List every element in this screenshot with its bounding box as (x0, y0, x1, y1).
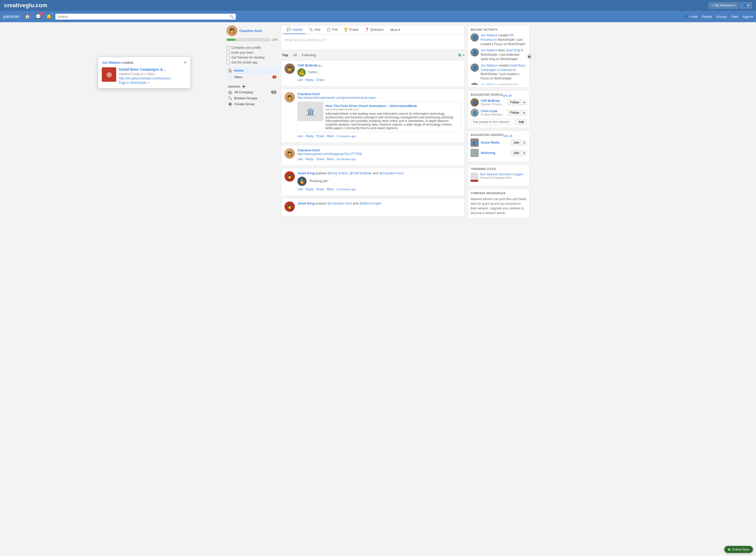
filter-all[interactable]: All (292, 53, 298, 58)
add-people-button[interactable]: Add (516, 119, 527, 125)
chris-suggested-avatar[interactable]: 👤 (470, 109, 479, 117)
tab-update[interactable]: 💬 Update (284, 26, 306, 34)
informationweek-link[interactable]: http://www.informationweek.com/governmen… (297, 96, 461, 100)
share-action-4[interactable]: Share (316, 187, 325, 191)
search-input[interactable] (58, 15, 228, 19)
social-media-group-name[interactable]: Social Media (481, 141, 508, 144)
sidebar-item-home[interactable]: 🏠 Home (226, 67, 278, 74)
reply-action-4[interactable]: Reply (306, 187, 313, 191)
follow-cliff-button[interactable]: Follow ▾ (507, 100, 527, 105)
more-action-2[interactable]: More (327, 134, 334, 138)
mention-claudine-2[interactable]: @Claudine Kent (327, 201, 352, 205)
file-name-1[interactable]: Box General Overview 4 pages (480, 173, 523, 176)
join-social-media-button[interactable]: Join ▾ (511, 140, 527, 145)
checklist-checkbox-3[interactable] (226, 56, 230, 59)
sidebar-item-browse-groups[interactable]: 🔍 Browse Groups (226, 95, 278, 101)
activity-scroll-arrow[interactable]: ▶ (527, 54, 532, 59)
post-author-claudine-1[interactable]: Claudine Kent (297, 92, 320, 96)
join-marketing-main[interactable]: Join (511, 150, 522, 156)
share-action[interactable]: Share (316, 78, 325, 82)
join-marketing-arrow[interactable]: ▾ (522, 150, 527, 155)
suggested-name-cliff[interactable]: Cliff McBride (481, 99, 505, 103)
compose-more-button[interactable]: More ▾ (388, 26, 403, 34)
popup-url[interactable]: http://me.getworksimple.com/focuses/... (119, 77, 187, 80)
cliff-suggested-avatar[interactable]: 👤 (470, 98, 479, 106)
gartner-link[interactable]: http://www.gartner.com/it/page.jsp?id=17… (297, 152, 461, 156)
cliff-avatar[interactable]: 👨 (285, 63, 295, 74)
post-author-janet-1[interactable]: Janet King (297, 171, 314, 175)
like-action-2[interactable]: Like (297, 134, 303, 138)
like-action[interactable]: Like (297, 78, 303, 82)
popup-page-link[interactable]: Page in WorkSimple (119, 81, 147, 84)
joe-avatar-activity-2[interactable]: 👤 (470, 48, 479, 57)
sidebar-item-all-company[interactable]: 🏢 All Company 11 (226, 89, 278, 95)
mention-amy[interactable]: @Amy Krilich (327, 171, 347, 175)
suggested-name-chris[interactable]: Chris Cook (481, 109, 505, 113)
add-group-icon[interactable]: ➕ (242, 85, 245, 88)
checklist-checkbox-2[interactable] (226, 51, 230, 55)
join-social-media-arrow[interactable]: ▾ (522, 140, 527, 145)
feed-settings-icon[interactable]: ⚙️ ▾ (458, 53, 464, 57)
post-author-janet-2[interactable]: Janet King (297, 201, 314, 205)
share-action-2[interactable]: Share (316, 134, 325, 138)
tab-praise[interactable]: 🏆 Praise (341, 26, 362, 34)
checklist-checkbox-4[interactable] (226, 61, 230, 64)
tab-add[interactable]: 📎 Add (306, 26, 324, 34)
joe-link-3[interactable]: Joe Wallace (481, 64, 497, 67)
join-marketing-button[interactable]: Join ▾ (511, 150, 527, 156)
messages-nav-button[interactable]: 💬 7 (34, 13, 42, 21)
see-all-people-link[interactable]: see all (503, 94, 512, 98)
sidebar-item-inbox[interactable]: ✉️ Inbox 7 (226, 74, 278, 80)
more-action-3[interactable]: More (327, 157, 334, 161)
janet-avatar-2[interactable]: 👩 (285, 201, 295, 212)
marketing-group-name[interactable]: Marketing (481, 151, 508, 155)
follow-chris-button[interactable]: Follow ▾ (507, 110, 527, 115)
user-name[interactable]: Claudine Kent (239, 29, 262, 33)
janet-avatar-1[interactable]: 👩 (285, 171, 295, 181)
reply-action[interactable]: Reply (306, 78, 313, 82)
home-nav-button[interactable]: 🏠 (23, 13, 32, 21)
like-action-3[interactable]: Like (297, 157, 303, 161)
add-people-input[interactable] (470, 119, 515, 125)
more-action-4[interactable]: More (327, 187, 334, 191)
user-menu-button[interactable]: 👤 ▾ (740, 2, 752, 8)
follow-cliff-main[interactable]: Follow (507, 100, 522, 105)
janet-link-activity[interactable]: Janet King (505, 48, 520, 52)
reply-action-3[interactable]: Reply (306, 157, 313, 161)
tab-poll[interactable]: 📋 Poll (324, 26, 341, 34)
preview-title[interactable]: How The Feds Drive Cloud Innovation -- I… (326, 104, 459, 108)
joe-wallace-popup[interactable]: Joe Wallace created: ✕ ⊕ Install Base Ca… (98, 57, 191, 89)
sidebar-item-create-group[interactable]: ➕ Create Group (226, 101, 278, 107)
joe-link-2[interactable]: Joe Wallace (481, 48, 497, 52)
checklist-checkbox-1[interactable] (226, 46, 230, 49)
see-all-groups-link[interactable]: see all (503, 134, 513, 138)
share-action-3[interactable]: Share (316, 157, 325, 161)
yammer-logo[interactable]: yammer (3, 14, 20, 19)
mention-mitch[interactable]: @Mitch Knight (359, 201, 381, 205)
joe-link-4[interactable]: Joe Wallace (481, 83, 497, 85)
popup-close-button[interactable]: ✕ (184, 61, 187, 65)
follow-chris-arrow[interactable]: ▾ (522, 110, 527, 115)
joe-avatar-activity-1[interactable]: 👤 (470, 33, 479, 41)
add-nav-button[interactable]: 👤+ Add (684, 15, 697, 19)
popup-creator-name[interactable]: Joe Wallace (102, 61, 121, 65)
joe-avatar-activity-4[interactable]: 👤 (470, 83, 479, 85)
mention-cliff[interactable]: @Cliff McBride (349, 171, 372, 175)
tab-question[interactable]: ❓ Question (362, 26, 387, 34)
my-networks-button[interactable]: ⬡ My Networks ▾ (709, 2, 738, 8)
compose-input[interactable]: What are you working on? (281, 34, 464, 50)
reply-action-2[interactable]: Reply (306, 134, 313, 138)
apps-nav-link[interactable]: Apps ▾ (743, 15, 753, 19)
filter-top[interactable]: Top (281, 53, 289, 58)
follow-chris-main[interactable]: Follow (507, 110, 522, 115)
join-social-media-main[interactable]: Join (511, 140, 522, 145)
popup-title[interactable]: Install Base Campaigns &... (119, 67, 187, 71)
post-author-cliff[interactable]: Cliff McBride (297, 63, 318, 67)
files-nav-link[interactable]: Files (731, 15, 738, 19)
filter-following[interactable]: Following (301, 53, 317, 58)
follow-cliff-arrow[interactable]: ▾ (522, 100, 527, 105)
joe-avatar-activity-3[interactable]: 👤 (470, 63, 479, 72)
people-nav-link[interactable]: People (702, 15, 712, 19)
user-avatar[interactable]: 👩 (226, 25, 237, 36)
like-action-4[interactable]: Like (297, 187, 303, 191)
